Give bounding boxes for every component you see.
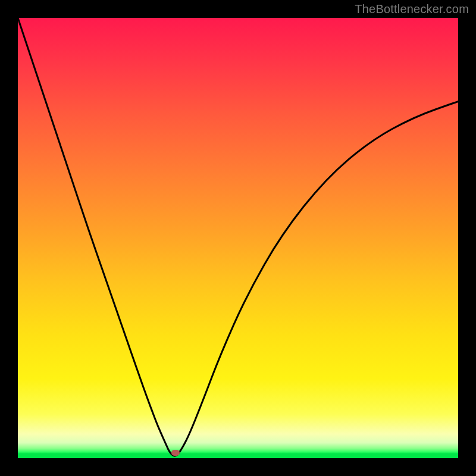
attribution-text: TheBottlenecker.com (355, 2, 469, 16)
bottleneck-curve (18, 18, 458, 458)
chart-frame: TheBottlenecker.com (0, 0, 476, 476)
optimum-marker (171, 450, 180, 456)
plot-area (18, 18, 458, 458)
curve-path (18, 18, 458, 456)
